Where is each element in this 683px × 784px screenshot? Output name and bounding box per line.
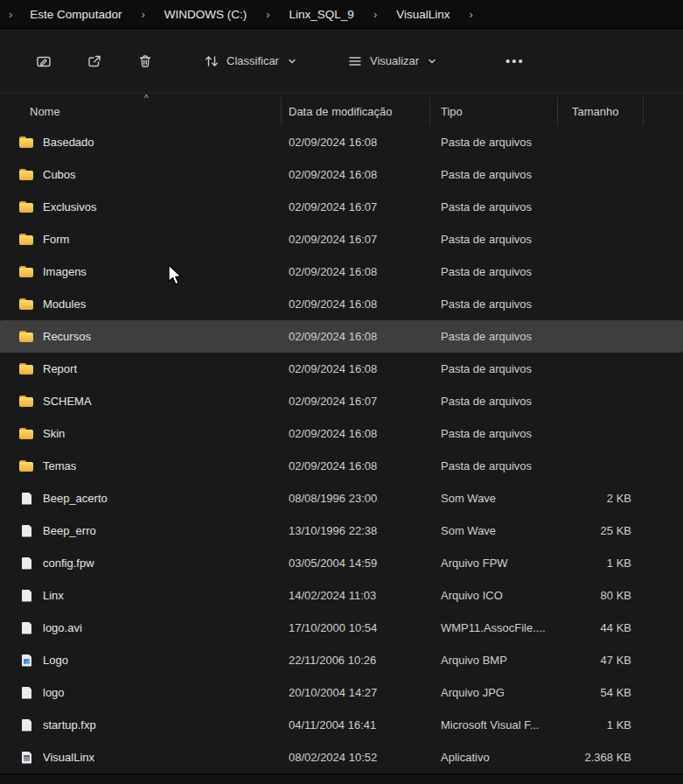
- file-row[interactable]: Logo22/11/2006 10:26Arquivo BMP47 KB: [0, 644, 683, 676]
- column-header-date[interactable]: Data de modificação: [282, 97, 430, 126]
- file-row[interactable]: startup.fxp04/11/2004 16:41Microsoft Vis…: [0, 709, 683, 741]
- file-row[interactable]: Imagens02/09/2024 16:08Pasta de arquivos: [0, 256, 683, 288]
- file-type-cell: Som Wave: [430, 492, 558, 505]
- file-name-cell: startup.fxp: [0, 718, 282, 732]
- file-name-label: logo.avi: [43, 621, 82, 634]
- file-name-cell: Temas: [0, 459, 282, 473]
- file-type-cell: Pasta de arquivos: [430, 136, 558, 149]
- file-type-cell: Pasta de arquivos: [430, 362, 558, 375]
- more-options-button[interactable]: •••: [493, 46, 537, 76]
- column-header-size[interactable]: Tamanho: [558, 97, 644, 126]
- file-name-label: Basedado: [43, 136, 94, 149]
- file-row[interactable]: Linx14/02/2024 11:03Arquivo ICO80 KB: [0, 579, 683, 612]
- column-header-size-label: Tamanho: [572, 105, 618, 118]
- file-size-cell: 2 KB: [558, 492, 644, 505]
- file-name-cell: Form: [0, 233, 282, 247]
- file-type-cell: Pasta de arquivos: [430, 200, 558, 214]
- file-type-cell: Arquivo BMP: [430, 654, 558, 667]
- file-date-cell: 13/10/1996 22:38: [282, 524, 430, 537]
- file-date-cell: 08/02/2024 10:52: [282, 751, 430, 764]
- file-date-cell: 02/09/2024 16:08: [282, 330, 430, 343]
- view-button[interactable]: Visualizar: [338, 45, 446, 78]
- file-type-cell: Pasta de arquivos: [430, 330, 558, 343]
- file-name-label: config.fpw: [43, 556, 94, 570]
- file-type-cell: Pasta de arquivos: [430, 233, 558, 246]
- file-list: Basedado02/09/2024 16:08Pasta de arquivo…: [0, 126, 683, 774]
- file-row[interactable]: logo.avi17/10/2000 10:54WMP11.AssocFile.…: [0, 612, 683, 644]
- view-button-label: Visualizar: [370, 54, 419, 67]
- file-row[interactable]: Form02/09/2024 16:07Pasta de arquivos: [0, 223, 683, 256]
- file-size-cell: 54 KB: [558, 686, 644, 699]
- file-row[interactable]: Basedado02/09/2024 16:08Pasta de arquivo…: [0, 126, 683, 158]
- sort-ascending-icon: ^: [144, 94, 149, 103]
- file-name-cell: Modules: [0, 298, 282, 312]
- breadcrumb-chevron-icon[interactable]: ›: [359, 8, 391, 21]
- file-size-cell: 47 KB: [558, 654, 644, 667]
- breadcrumb-item-este-computador[interactable]: Este Computador: [24, 5, 127, 24]
- file-type-cell: Microsoft Visual F...: [430, 718, 558, 732]
- file-explorer-window: › Este Computador › WINDOWS (C:) › Linx_…: [0, 0, 683, 784]
- file-row[interactable]: Recursos02/09/2024 16:08Pasta de arquivo…: [0, 320, 683, 353]
- file-name-label: startup.fxp: [43, 718, 96, 732]
- file-name-label: Modules: [43, 298, 86, 311]
- breadcrumb-item-visuallinx[interactable]: VisualLinx: [391, 5, 455, 24]
- folder-icon: [19, 168, 34, 182]
- file-size-cell: 44 KB: [558, 621, 644, 634]
- file-date-cell: 02/09/2024 16:08: [282, 265, 430, 278]
- file-date-cell: 02/09/2024 16:08: [282, 168, 430, 181]
- file-row[interactable]: config.fpw03/05/2004 14:59Arquivo FPW1 K…: [0, 547, 683, 579]
- breadcrumb-item-windows-c[interactable]: WINDOWS (C:): [159, 5, 252, 24]
- app-icon: [19, 751, 34, 765]
- file-name-label: Cubos: [43, 168, 76, 181]
- file-name-cell: Linx: [0, 589, 282, 603]
- file-name-cell: logo.avi: [0, 621, 282, 635]
- breadcrumb-chevron-icon[interactable]: ›: [456, 8, 487, 21]
- folder-icon: [19, 330, 34, 344]
- file-date-cell: 22/11/2006 10:26: [282, 654, 430, 667]
- breadcrumb-chevron-icon[interactable]: ›: [3, 8, 24, 21]
- sort-button[interactable]: Classificar: [194, 45, 306, 78]
- rename-button[interactable]: [26, 45, 61, 78]
- file-row[interactable]: Skin02/09/2024 16:08Pasta de arquivos: [0, 417, 683, 450]
- file-date-cell: 20/10/2004 14:27: [282, 686, 430, 699]
- file-type-cell: Pasta de arquivos: [430, 298, 558, 311]
- rename-icon: [35, 52, 52, 70]
- column-header-name-label: Nome: [30, 105, 60, 118]
- file-row[interactable]: Beep_acerto08/08/1996 23:00Som Wave2 KB: [0, 482, 683, 514]
- sort-icon: [203, 52, 220, 70]
- file-row[interactable]: Temas02/09/2024 16:08Pasta de arquivos: [0, 450, 683, 482]
- file-name-label: Logo: [43, 654, 68, 667]
- file-type-cell: Arquivo FPW: [430, 556, 558, 570]
- file-date-cell: 02/09/2024 16:07: [282, 395, 430, 408]
- file-date-cell: 02/09/2024 16:08: [282, 136, 430, 149]
- file-row[interactable]: Report02/09/2024 16:08Pasta de arquivos: [0, 353, 683, 385]
- file-type-cell: Pasta de arquivos: [430, 265, 558, 278]
- breadcrumb-chevron-icon[interactable]: ›: [252, 8, 283, 21]
- folder-icon: [19, 362, 34, 376]
- delete-button[interactable]: [128, 45, 163, 78]
- file-row[interactable]: VisualLinx08/02/2024 10:52Aplicativo2.36…: [0, 741, 683, 774]
- file-icon: [19, 589, 34, 603]
- file-name-cell: VisualLinx: [0, 751, 282, 765]
- column-header-name[interactable]: Nome ^: [0, 97, 282, 126]
- column-header-type[interactable]: Tipo: [430, 97, 558, 126]
- file-icon: [19, 621, 34, 635]
- file-name-cell: Imagens: [0, 265, 282, 279]
- share-button[interactable]: [77, 45, 112, 78]
- file-row[interactable]: Modules02/09/2024 16:08Pasta de arquivos: [0, 288, 683, 320]
- file-name-cell: SCHEMA: [0, 395, 282, 409]
- file-row[interactable]: Beep_erro13/10/1996 22:38Som Wave25 KB: [0, 514, 683, 547]
- file-row[interactable]: logo20/10/2004 14:27Arquivo JPG54 KB: [0, 676, 683, 709]
- column-header-row: Nome ^ Data de modificação Tipo Tamanho: [0, 97, 683, 126]
- file-type-cell: Aplicativo: [430, 751, 558, 764]
- file-row[interactable]: Exclusivos02/09/2024 16:07Pasta de arqui…: [0, 191, 683, 223]
- file-date-cell: 02/09/2024 16:08: [282, 362, 430, 375]
- breadcrumb-chevron-icon[interactable]: ›: [127, 8, 158, 21]
- file-row[interactable]: SCHEMA02/09/2024 16:07Pasta de arquivos: [0, 385, 683, 417]
- file-name-cell: config.fpw: [0, 556, 282, 570]
- toolbar: Classificar Visualizar •••: [0, 29, 683, 94]
- file-date-cell: 02/09/2024 16:07: [282, 200, 430, 214]
- file-row[interactable]: Cubos02/09/2024 16:08Pasta de arquivos: [0, 158, 683, 191]
- breadcrumb-item-linx-sql-9[interactable]: Linx_SQL_9: [284, 5, 359, 24]
- image-icon: [19, 654, 34, 668]
